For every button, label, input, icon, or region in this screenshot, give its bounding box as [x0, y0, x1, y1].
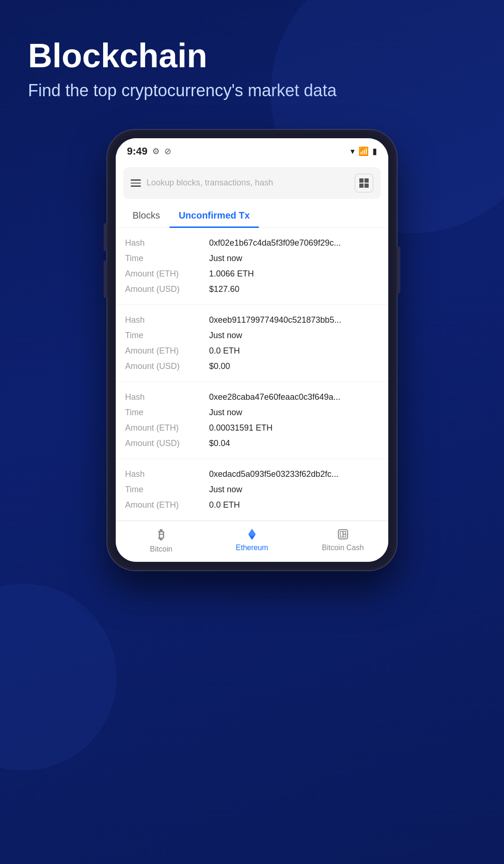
tx3-hash-value[interactable]: 0xee28caba47e60feaac0c3f649a... — [209, 392, 379, 402]
hamburger-line-3 — [131, 185, 141, 187]
tx4-time-label: Time — [125, 485, 209, 495]
tx1-hash-row: Hash 0xf02e1b67c4da5f3f09e7069f29c... — [125, 235, 379, 251]
tx2-time-label: Time — [125, 331, 209, 340]
tab-unconfirmed[interactable]: Unconfirmed Tx — [169, 204, 259, 227]
tx4-eth-value: 0.0 ETH — [209, 500, 379, 510]
qr-scan-button[interactable] — [355, 174, 373, 192]
transaction-item-3: Hash 0xee28caba47e60feaac0c3f649a... Tim… — [116, 382, 388, 459]
tx4-eth-label: Amount (ETH) — [125, 500, 209, 510]
nav-item-bitcoin-cash[interactable]: Bitcoin Cash — [297, 521, 388, 562]
tabs-container: Blocks Unconfirmed Tx — [116, 204, 388, 228]
tx3-eth-label: Amount (ETH) — [125, 423, 209, 433]
tx1-hash-label: Hash — [125, 238, 209, 248]
phone-screen: 9:49 ⚙ ⊘ ▾ 📶 ▮ Lookup blocks, transactio… — [116, 138, 388, 562]
status-bar: 9:49 ⚙ ⊘ ▾ 📶 ▮ — [116, 138, 388, 163]
bottom-navigation: ₿ Bitcoin Ethereum — [116, 521, 388, 562]
phone-btn-power — [397, 247, 400, 293]
tx2-eth-row: Amount (ETH) 0.0 ETH — [125, 343, 379, 359]
search-bar[interactable]: Lookup blocks, transactions, hash — [123, 167, 381, 199]
tx1-time-label: Time — [125, 254, 209, 263]
nav-label-bitcoin-cash: Bitcoin Cash — [322, 544, 364, 552]
svg-rect-10 — [367, 186, 368, 187]
phone-mockup: 9:49 ⚙ ⊘ ▾ 📶 ▮ Lookup blocks, transactio… — [107, 130, 397, 570]
wifi-icon: ▾ — [350, 146, 355, 156]
bitcoin-icon: ₿ — [158, 528, 164, 542]
tx4-hash-value[interactable]: 0xedacd5a093f5e03233f62db2fc... — [209, 469, 379, 479]
svg-marker-15 — [343, 531, 346, 534]
bg-decoration-2 — [0, 584, 117, 771]
tx2-usd-row: Amount (USD) $0.00 — [125, 359, 379, 374]
transaction-item-4: Hash 0xedacd5a093f5e03233f62db2fc... Tim… — [116, 459, 388, 521]
svg-rect-8 — [367, 184, 368, 185]
tx1-time-value: Just now — [209, 254, 379, 263]
status-right: ▾ 📶 ▮ — [350, 146, 377, 156]
settings-icon: ⚙ — [152, 146, 160, 156]
svg-rect-7 — [365, 184, 366, 185]
phone-btn-volume-down — [104, 261, 107, 298]
tx2-hash-row: Hash 0xeeb911799774940c521873bb5... — [125, 312, 379, 328]
status-time: 9:49 — [127, 145, 147, 157]
phone-outer: 9:49 ⚙ ⊘ ▾ 📶 ▮ Lookup blocks, transactio… — [107, 130, 397, 570]
qr-icon — [358, 177, 370, 189]
tx1-eth-value: 1.0066 ETH — [209, 269, 379, 279]
tx1-usd-row: Amount (USD) $127.60 — [125, 282, 379, 297]
tx4-time-value: Just now — [209, 485, 379, 495]
bitcoin-cash-icon — [336, 528, 350, 541]
transaction-item-2: Hash 0xeeb911799774940c521873bb5... Time… — [116, 305, 388, 382]
tx1-eth-label: Amount (ETH) — [125, 269, 209, 279]
tx3-hash-label: Hash — [125, 392, 209, 402]
hamburger-menu[interactable] — [131, 179, 141, 187]
nav-item-ethereum[interactable]: Ethereum — [207, 521, 298, 562]
svg-marker-14 — [340, 531, 343, 537]
tx3-time-value: Just now — [209, 408, 379, 418]
nav-label-ethereum: Ethereum — [236, 544, 268, 552]
tx3-hash-row: Hash 0xee28caba47e60feaac0c3f649a... — [125, 390, 379, 405]
tx4-eth-row: Amount (ETH) 0.0 ETH — [125, 497, 379, 513]
hamburger-line-2 — [131, 183, 141, 184]
tx2-time-row: Time Just now — [125, 328, 379, 343]
tx3-usd-value: $0.04 — [209, 439, 379, 448]
tx2-time-value: Just now — [209, 331, 379, 340]
svg-rect-4 — [366, 180, 367, 181]
tx3-eth-value: 0.00031591 ETH — [209, 423, 379, 433]
tx3-time-row: Time Just now — [125, 405, 379, 420]
signal-icon: 📶 — [358, 146, 369, 156]
battery-icon: ▮ — [372, 146, 377, 156]
status-left: 9:49 ⚙ ⊘ — [127, 145, 171, 157]
svg-marker-16 — [343, 534, 346, 537]
phone-btn-volume-up — [104, 223, 107, 251]
tx2-hash-label: Hash — [125, 315, 209, 325]
transaction-list: Hash 0xf02e1b67c4da5f3f09e7069f29c... Ti… — [116, 228, 388, 521]
search-input[interactable]: Lookup blocks, transactions, hash — [147, 178, 349, 188]
ethereum-icon — [245, 528, 259, 541]
tx1-usd-value: $127.60 — [209, 284, 379, 294]
svg-rect-9 — [365, 186, 366, 187]
tx3-usd-label: Amount (USD) — [125, 439, 209, 448]
tab-blocks[interactable]: Blocks — [123, 204, 169, 227]
tx3-usd-row: Amount (USD) $0.04 — [125, 436, 379, 451]
hamburger-line-1 — [131, 179, 141, 181]
tx3-eth-row: Amount (ETH) 0.00031591 ETH — [125, 420, 379, 436]
tx2-usd-value: $0.00 — [209, 361, 379, 371]
nav-label-bitcoin: Bitcoin — [150, 545, 172, 553]
tx1-hash-value[interactable]: 0xf02e1b67c4da5f3f09e7069f29c... — [209, 238, 379, 248]
tx2-eth-value: 0.0 ETH — [209, 346, 379, 356]
tx1-eth-row: Amount (ETH) 1.0066 ETH — [125, 266, 379, 282]
tx2-usd-label: Amount (USD) — [125, 361, 209, 371]
tx3-time-label: Time — [125, 408, 209, 418]
svg-rect-3 — [361, 180, 362, 181]
transaction-item-1: Hash 0xf02e1b67c4da5f3f09e7069f29c... Ti… — [116, 228, 388, 305]
nav-item-bitcoin[interactable]: ₿ Bitcoin — [116, 521, 207, 562]
dnd-icon: ⊘ — [164, 146, 171, 156]
tx4-hash-row: Hash 0xedacd5a093f5e03233f62db2fc... — [125, 467, 379, 482]
svg-rect-5 — [361, 185, 362, 186]
tx4-time-row: Time Just now — [125, 482, 379, 497]
tx1-usd-label: Amount (USD) — [125, 284, 209, 294]
tx4-hash-label: Hash — [125, 469, 209, 479]
tx1-time-row: Time Just now — [125, 251, 379, 266]
tx2-eth-label: Amount (ETH) — [125, 346, 209, 356]
tx2-hash-value[interactable]: 0xeeb911799774940c521873bb5... — [209, 315, 379, 325]
